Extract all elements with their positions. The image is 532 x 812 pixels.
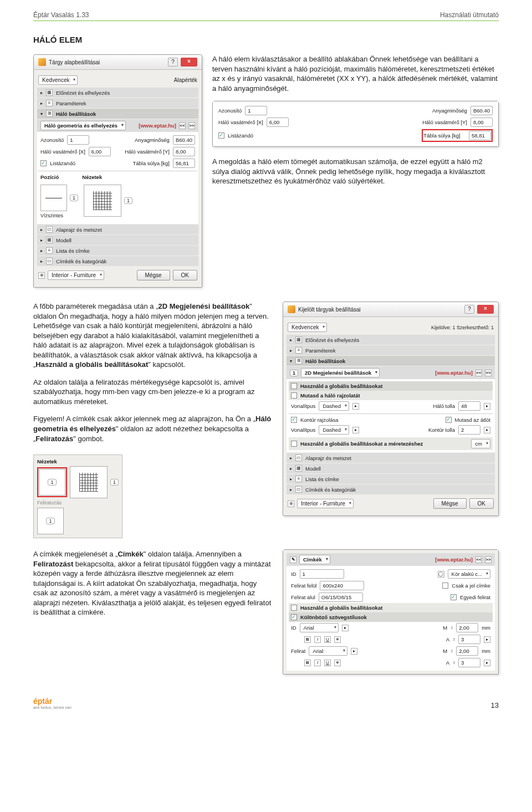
d3-fbtn1[interactable]: ▸ — [342, 625, 349, 631]
d2-kontur-cb[interactable] — [291, 417, 297, 423]
d3-id-v[interactable]: 1 — [300, 569, 344, 579]
d3-id-lbl: ID — [291, 571, 296, 577]
d2-row2[interactable]: Háló beállítások — [305, 358, 345, 364]
suly-val[interactable]: 56,81 — [173, 159, 195, 168]
ok-button[interactable]: OK — [173, 270, 197, 280]
d3-a2[interactable]: 3 — [458, 658, 480, 667]
d2-ok[interactable]: OK — [469, 498, 494, 509]
row-model[interactable]: Modell — [56, 237, 71, 243]
d3-font1[interactable]: Arial — [300, 623, 339, 632]
d2-lt-btn2[interactable]: ▸ — [352, 427, 359, 433]
d2-global2-cb[interactable] — [291, 441, 297, 447]
dlg2-fav[interactable]: Kedvencek — [288, 323, 327, 332]
row-cat[interactable]: Címkék és kategóriák — [56, 258, 106, 264]
d3-fa-v[interactable]: O6/15/O8/15 — [319, 593, 363, 602]
d3-fbtn2[interactable]: ▸ — [351, 648, 357, 655]
cancel-button[interactable]: Mégse — [137, 270, 170, 280]
doc-title-left: Éptár Vasalás 1.33 — [33, 11, 89, 19]
row-preview[interactable]: Előnézet és elhelyezés — [56, 90, 110, 96]
d3-pen2[interactable]: ▸ — [484, 660, 490, 666]
d3-font2[interactable]: Arial — [309, 646, 347, 656]
help-button[interactable]: ? — [168, 58, 178, 67]
d3-csak-cb[interactable] — [442, 583, 448, 589]
d3-egyedi-cb[interactable] — [451, 594, 457, 600]
bold-btn[interactable]: B — [304, 636, 311, 643]
i-anyag-val[interactable]: B60.40 — [470, 106, 493, 115]
d2-ktolla-v[interactable]: 2 — [458, 425, 480, 435]
favorites-dropdown[interactable]: Kedvencek — [38, 75, 78, 85]
d3-m1[interactable]: 2,00 — [456, 623, 478, 632]
underline-btn2[interactable]: U — [324, 660, 331, 666]
italic-btn[interactable]: I — [314, 636, 321, 643]
sd-tile1[interactable]: 1 — [39, 469, 65, 496]
i-suly-val[interactable]: 58,81 — [469, 131, 491, 140]
row-hallo[interactable]: Háló beállítások — [56, 111, 96, 117]
d3-kulon-cb[interactable] — [291, 614, 297, 620]
row-fp[interactable]: Alaprajz és metszet — [56, 227, 102, 233]
d3-pen1[interactable]: ▸ — [484, 636, 490, 643]
d2-mdl[interactable]: Modell — [305, 466, 321, 472]
d2-cat[interactable]: Interior - Furniture — [297, 499, 354, 508]
row-list[interactable]: Lista és címke — [56, 248, 90, 254]
panel-select[interactable]: Háló geometria és elhelyezés — [40, 121, 126, 130]
d3-ff-v[interactable]: 600x240 — [320, 581, 364, 590]
d2-pen2[interactable]: ▸ — [484, 427, 490, 433]
d2-dashed2[interactable]: Dashed — [319, 425, 349, 435]
prev-btn[interactable]: << — [179, 122, 186, 129]
category-select[interactable]: Interior - Furniture — [48, 270, 104, 280]
pos-tile[interactable] — [40, 185, 67, 211]
i-y-val[interactable]: 8,00 — [470, 118, 493, 127]
d2-mutasd-cb[interactable] — [291, 392, 297, 399]
d3-prev[interactable]: << — [475, 556, 482, 563]
anyag-val[interactable]: B60.40 — [173, 135, 195, 145]
d2-panel[interactable]: 2D Megjelenési beállítások — [301, 368, 380, 377]
d3-shape-icon[interactable]: ◯ — [438, 571, 444, 578]
d2-atlo-cb[interactable] — [446, 417, 452, 423]
d2-lt-btn[interactable]: ▸ — [352, 403, 359, 410]
bold-btn2[interactable]: B — [304, 660, 311, 666]
i-x-val[interactable]: 6,00 — [267, 118, 289, 127]
d3-global-cb[interactable] — [291, 605, 297, 611]
azon-val[interactable]: 1 — [67, 135, 89, 145]
strike-btn2[interactable]: T — [334, 660, 341, 666]
d2-global-cb[interactable] — [291, 383, 297, 389]
x-val[interactable]: 6,00 — [89, 147, 111, 156]
d2-pen-btn[interactable]: ▸ — [484, 403, 490, 410]
close-button[interactable]: × — [181, 58, 197, 67]
close-button2[interactable]: × — [477, 305, 494, 314]
i-azon-val[interactable]: 1 — [245, 106, 267, 115]
next-btn[interactable]: >> — [188, 122, 195, 129]
underline-btn[interactable]: U — [324, 636, 331, 643]
d2-lst[interactable]: Lista és címke — [305, 476, 339, 482]
d2-kontur: Kontúr rajzolása — [300, 417, 339, 423]
view-mesh[interactable] — [84, 185, 121, 217]
italic-btn2[interactable]: I — [314, 660, 321, 666]
d2-dashed[interactable]: Dashed — [319, 401, 349, 411]
d2-row1[interactable]: Paraméterek — [305, 348, 335, 354]
d2-cancel[interactable]: Mégse — [433, 498, 467, 509]
strike-btn[interactable]: T — [334, 636, 341, 643]
d2-ct[interactable]: Címkék és kategóriák — [305, 487, 356, 493]
d3-a1[interactable]: 3 — [458, 635, 480, 644]
d3-kor[interactable]: Kör alakú c... — [448, 569, 490, 579]
row-params[interactable]: Paraméterek — [56, 100, 86, 106]
dialog-object-defaults: Tárgy alapbeállításai ?× Kedvencek Alapé… — [33, 54, 202, 288]
paragraph-4: Az oldalon találja a feliratozás mértéke… — [33, 377, 273, 407]
d2-fp[interactable]: Alaprajz és metszet — [305, 455, 351, 461]
d2-prev[interactable]: << — [475, 370, 482, 376]
d3-panel[interactable]: Címkék — [299, 555, 330, 564]
list-checkbox[interactable] — [40, 160, 47, 166]
sd-tile2[interactable]: 1 — [37, 508, 64, 534]
sd-mesh[interactable] — [70, 466, 108, 498]
d2-tolla-v[interactable]: 48 — [458, 401, 480, 411]
d2-cm[interactable]: cm — [471, 439, 490, 448]
d2-row0[interactable]: Előnézet és elhelyezés — [305, 337, 359, 343]
d2-next[interactable]: >> — [485, 370, 492, 376]
y-val[interactable]: 8,00 — [173, 147, 195, 156]
d3-next[interactable]: >> — [485, 556, 492, 563]
d3-m2[interactable]: 2,00 — [456, 646, 478, 656]
d3-mm2: mm — [482, 648, 490, 654]
d3-kulon: Különböző szövegstílusok — [300, 614, 367, 620]
i-list-cb[interactable] — [218, 132, 224, 139]
help-button2[interactable]: ? — [464, 305, 474, 314]
